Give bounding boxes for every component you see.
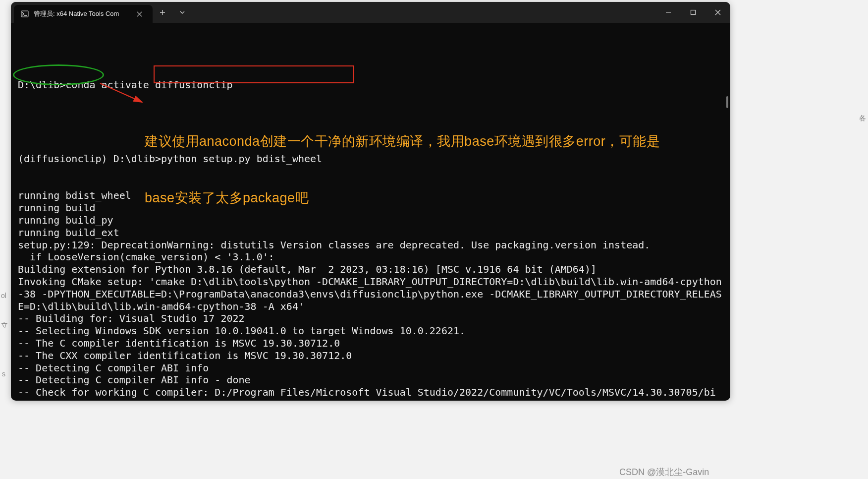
terminal-line: setup.py:129: DeprecationWarning: distut… — [18, 239, 723, 251]
conda-env: (diffusionclip) — [18, 153, 108, 165]
svg-rect-3 — [691, 10, 696, 15]
terminal-line: running build — [18, 202, 723, 214]
watermark: CSDN @漠北尘-Gavin — [619, 466, 709, 478]
annotation-line: 建议使用anaconda创建一个干净的新环境编译，我用base环境遇到很多err… — [145, 132, 725, 151]
terminal-line: -- The CXX compiler identification is MS… — [18, 350, 723, 362]
bg-text: 各 — [859, 114, 866, 123]
terminal-window: 管理员: x64 Native Tools Com — [11, 2, 730, 401]
window-maximize-button[interactable] — [681, 2, 705, 23]
terminal-line: -- Check for working C compiler: D:/Prog… — [18, 386, 723, 401]
new-tab-button[interactable] — [153, 2, 172, 23]
terminal-line: Building extension for Python 3.8.16 (de… — [18, 263, 723, 276]
bg-text: s — [2, 370, 5, 378]
terminal-line: -- Detecting C compiler ABI info — [18, 362, 723, 374]
terminal-line: D:\dlib>conda activate diffusionclip — [18, 79, 723, 91]
terminal-line: -- Detecting C compiler ABI info - done — [18, 374, 723, 386]
terminal-line: running build_py — [18, 214, 723, 227]
command-text: conda activate diffusionclip — [65, 79, 232, 91]
terminal-line: Invoking CMake setup: 'cmake D:\dlib\too… — [18, 276, 723, 312]
terminal-line: -- Selecting Windows SDK version 10.0.19… — [18, 325, 723, 337]
prompt-path: D:\dlib> — [18, 79, 65, 91]
terminal-line: if LooseVersion(cmake_version) < '3.1.0'… — [18, 251, 723, 263]
terminal-line: -- The C compiler identification is MSVC… — [18, 337, 723, 350]
tab-dropdown-button[interactable] — [172, 2, 192, 23]
terminal-line: -- Building for: Visual Studio 17 2022 — [18, 312, 723, 325]
bg-text: ol — [1, 292, 6, 299]
terminal-line: (diffusionclip) D:\dlib>python setup.py … — [18, 153, 723, 165]
terminal-line: running bdist_wheel — [18, 189, 723, 202]
terminal-body[interactable]: D:\dlib>conda activate diffusionclip (di… — [11, 23, 730, 401]
window-minimize-button[interactable] — [656, 2, 681, 23]
title-bar-drag-area[interactable] — [192, 2, 656, 23]
command-text: python setup.py bdist_wheel — [161, 153, 322, 165]
tab-active[interactable]: 管理员: x64 Native Tools Com — [14, 5, 153, 23]
terminal-line — [18, 116, 723, 128]
terminal-icon — [21, 10, 29, 18]
terminal-output: running bdist_wheelrunning buildrunning … — [18, 189, 723, 401]
window-close-button[interactable] — [705, 2, 730, 23]
prompt-path: D:\dlib> — [108, 153, 161, 165]
terminal-line: running build_ext — [18, 227, 723, 239]
svg-rect-0 — [21, 11, 28, 17]
title-bar[interactable]: 管理员: x64 Native Tools Com — [11, 2, 730, 23]
bg-text: 立 — [1, 321, 8, 330]
tab-close-button[interactable] — [133, 7, 146, 20]
tab-title: 管理员: x64 Native Tools Com — [34, 9, 128, 18]
scrollbar-thumb[interactable] — [726, 96, 728, 108]
